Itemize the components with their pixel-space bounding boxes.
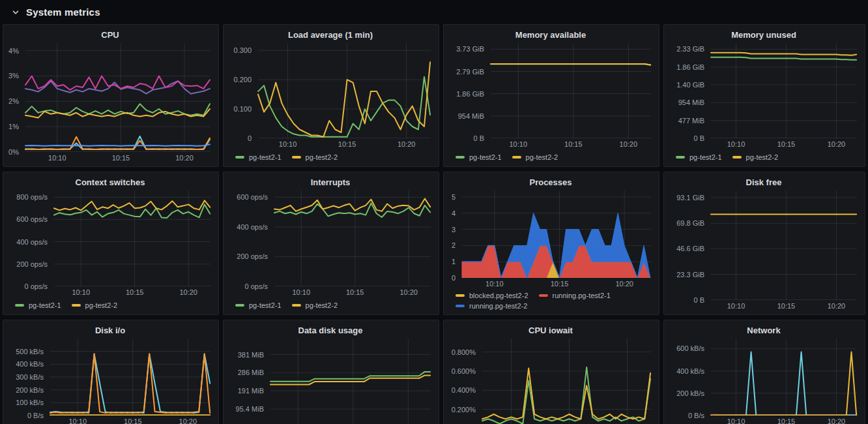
chart-memory-available[interactable]: 0 B954 MiB1.86 GiB2.79 GiB3.73 GiB — [449, 43, 652, 138]
y-tick-label: 200 kB/s — [8, 386, 44, 394]
x-tick-label: 10:10 — [42, 154, 73, 162]
legend-swatch — [72, 304, 81, 307]
panel-title[interactable]: CPU iowait — [449, 324, 652, 337]
legend-item[interactable]: pg-test2-2 — [732, 153, 779, 162]
x-tick-label: 10:15 — [770, 140, 802, 148]
panel-title[interactable]: Disk free — [669, 176, 858, 189]
chart-network[interactable]: 0 B/s200 kB/s400 kB/s600 kB/s — [669, 339, 858, 416]
section-header[interactable]: System metrics — [0, 0, 868, 24]
panel-context-switches: Context switches 0 ops/s200 ops/s400 ops… — [3, 172, 219, 315]
legend-item[interactable]: pg-test2-2 — [72, 301, 118, 310]
legend-item[interactable]: pg-test2-2 — [512, 153, 558, 162]
legend-item[interactable]: pg-test2-1 — [456, 153, 502, 162]
legend-swatch — [539, 294, 548, 297]
legend-swatch — [235, 156, 244, 159]
y-tick-label: 500 kB/s — [8, 348, 44, 356]
y-tick-label: 400 ops/s — [8, 238, 48, 246]
chart-context-switches[interactable]: 0 ops/s200 ops/s400 ops/s600 ops/s800 op… — [8, 190, 212, 286]
legend-swatch — [456, 305, 465, 307]
chart-data-disk-usage[interactable]: 0 B95.4 MiB191 MiB286 MiB381 MiB — [229, 339, 432, 424]
y-tick-label: 300 kB/s — [8, 373, 44, 381]
x-tick-label: 10:10 — [502, 140, 534, 148]
x-axis: 10:1010:1510:20 — [669, 300, 858, 310]
legend-item[interactable]: pg-test2-2 — [292, 301, 338, 310]
x-tick-label: 10:10 — [720, 302, 751, 310]
y-tick-label: 200 kB/s — [669, 389, 704, 397]
legend-item[interactable]: pg-test2-1 — [676, 153, 722, 162]
legend-label: pg-test2-1 — [249, 153, 282, 162]
y-tick-label: 46.6 GiB — [669, 245, 704, 252]
panel-memory-unused: Memory unused 0 B477 MiB954 MiB1.40 GiB1… — [663, 24, 865, 167]
x-tick-label: 10:20 — [820, 302, 852, 310]
legend-item[interactable]: pg-test2-1 — [15, 301, 61, 310]
legend-item[interactable]: blocked.pg-test2-2 — [456, 291, 528, 300]
legend-item[interactable]: running.pg-test2-2 — [456, 301, 527, 310]
x-tick-label: 10:10 — [285, 288, 317, 296]
y-tick-label: 3 — [449, 226, 456, 234]
panel-title[interactable]: Processes — [449, 176, 652, 189]
panel-title[interactable]: Context switches — [8, 176, 212, 189]
y-tick-label: 1 — [449, 258, 456, 265]
panel-title[interactable]: Memory available — [449, 29, 652, 42]
chart-load-average[interactable]: 00.1000.2000.300 — [229, 43, 432, 138]
panel-title[interactable]: Load average (1 min) — [229, 29, 432, 42]
legend-label: pg-test2-1 — [689, 153, 722, 162]
chart-disk-free[interactable]: 0 B23.3 GiB46.6 GiB69.8 GiB93.1 GiB — [669, 190, 858, 300]
chart-interrupts[interactable]: 0 ops/s200 ops/s400 ops/s600 ops/s — [229, 190, 432, 286]
panel-title[interactable]: Data disk usage — [229, 324, 432, 337]
y-tick-label: 286 MiB — [229, 369, 264, 376]
x-tick-label: 10:20 — [609, 280, 640, 288]
panel-title[interactable]: Disk i/o — [8, 324, 212, 337]
x-tick-label: 10:15 — [117, 417, 149, 424]
y-tick-label: 100 kB/s — [8, 399, 44, 406]
chart-processes[interactable]: 012345 — [449, 190, 652, 278]
legend-swatch — [456, 294, 465, 297]
panel-network: Network 0 B/s200 kB/s400 kB/s600 kB/s 10… — [663, 320, 865, 424]
y-tick-label: 69.8 GiB — [669, 219, 704, 227]
x-axis: 10:1010:1510:20 — [229, 286, 432, 297]
chart-disk-io[interactable]: 0 B/s100 kB/s200 kB/s300 kB/s400 kB/s500… — [8, 339, 212, 416]
y-tick-label: 1% — [8, 123, 19, 130]
legend-label: pg-test2-2 — [746, 153, 779, 162]
legend-item[interactable]: running.pg-test2-1 — [539, 291, 611, 300]
plot-load-average — [229, 43, 432, 138]
legend-swatch — [292, 304, 301, 307]
x-axis: 10:1010:1510:20 — [8, 152, 212, 162]
chevron-down-icon[interactable] — [11, 8, 20, 17]
y-tick-label: 0.200 — [229, 76, 252, 83]
y-tick-label: 954 MiB — [669, 98, 704, 106]
y-tick-label: 200 ops/s — [229, 252, 268, 260]
y-tick-label: 600 kB/s — [669, 344, 704, 352]
chart-cpu-iowait[interactable]: 0%0.200%0.400%0.600%0.800% — [449, 339, 652, 424]
x-axis: 10:1010:1510:20 — [449, 138, 652, 149]
x-tick-label: 10:15 — [558, 140, 589, 148]
legend: pg-test2-1pg-test2-2 — [669, 149, 858, 162]
x-tick-label: 10:20 — [393, 288, 424, 296]
chart-cpu[interactable]: 0%1%2%3%4% — [8, 43, 212, 152]
x-tick-label: 10:10 — [720, 140, 751, 148]
x-tick-label: 10:20 — [820, 417, 852, 424]
dashboard-grid: CPU 0%1%2%3%4% 10:1010:1510:20 Load aver… — [0, 24, 868, 424]
y-tick-label: 191 MiB — [229, 387, 264, 395]
x-tick-label: 10:10 — [65, 288, 96, 296]
chart-memory-unused[interactable]: 0 B477 MiB954 MiB1.40 GiB1.86 GiB2.33 Gi… — [669, 43, 858, 138]
legend-swatch — [292, 156, 301, 159]
y-tick-label: 2.33 GiB — [669, 45, 704, 53]
legend-item[interactable]: pg-test2-2 — [292, 153, 338, 162]
legend-item[interactable]: pg-test2-1 — [235, 153, 282, 162]
y-tick-label: 23.3 GiB — [669, 271, 704, 279]
panel-title[interactable]: CPU — [8, 29, 212, 42]
panel-title[interactable]: Interrupts — [229, 176, 432, 189]
y-tick-label: 954 MiB — [449, 112, 484, 120]
y-tick-label: 2% — [8, 97, 19, 105]
panel-title[interactable]: Network — [669, 324, 858, 337]
y-tick-label: 0.400% — [449, 386, 476, 394]
y-tick-label: 200 ops/s — [8, 260, 48, 268]
plot-cpu — [8, 43, 212, 152]
section-title[interactable]: System metrics — [26, 7, 100, 18]
y-tick-label: 0.200% — [449, 406, 476, 414]
legend-swatch — [235, 304, 244, 307]
legend-item[interactable]: pg-test2-1 — [235, 301, 282, 310]
x-tick-label: 10:20 — [820, 140, 852, 148]
panel-title[interactable]: Memory unused — [669, 29, 858, 42]
